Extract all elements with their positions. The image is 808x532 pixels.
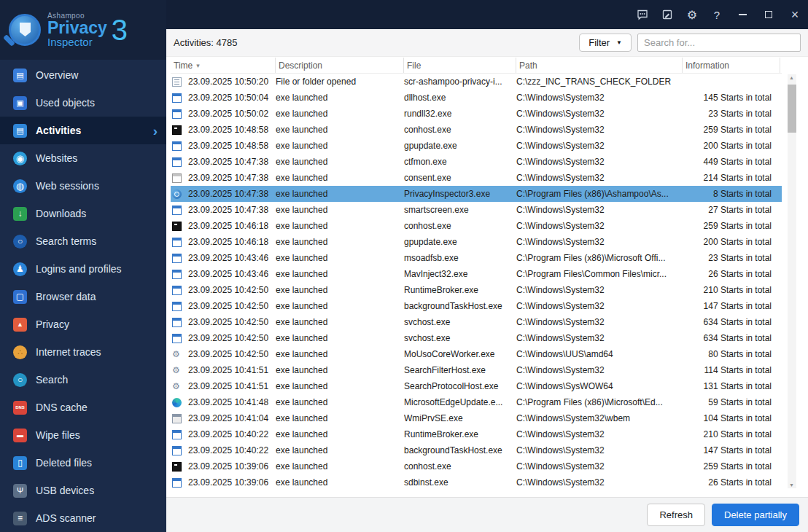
help-icon[interactable]: ? <box>704 0 729 29</box>
sidebar-item-websites[interactable]: Websites › <box>0 144 166 172</box>
app-file-icon <box>172 238 182 247</box>
filter-button[interactable]: Filter ▼ <box>579 34 632 52</box>
row-file-cell: dllhost.exe <box>404 93 516 103</box>
table-row[interactable]: 23.09.2025 10:50:02 exe launched rundll3… <box>171 106 782 122</box>
settings-gear-icon[interactable]: ⚙ <box>680 0 704 29</box>
row-information-cell: 131 Starts in total <box>683 381 780 391</box>
app-window: ⚙ ? × Ashampoo Privacy Inspector 3 Overv… <box>0 0 808 532</box>
sidebar-item-dns-cache[interactable]: DNS cache › <box>0 394 166 421</box>
sidebar-item-search[interactable]: Search › <box>0 366 166 394</box>
row-file-cell: svchost.exe <box>404 333 516 343</box>
sidebar-item-privacy[interactable]: Privacy › <box>0 310 166 338</box>
app-file-icon <box>172 334 182 343</box>
table-row[interactable]: 23.09.2025 10:42:50 exe launched svchost… <box>171 314 782 330</box>
table-row[interactable]: 23.09.2025 10:41:51 exe launched SearchF… <box>171 362 782 378</box>
row-description-cell: exe launched <box>276 237 404 247</box>
table-row[interactable]: 23.09.2025 10:46:18 exe launched gpupdat… <box>171 234 782 250</box>
logo-text: Ashampoo Privacy Inspector <box>47 12 107 48</box>
table-row[interactable]: 23.09.2025 10:48:58 exe launched gpupdat… <box>171 138 782 154</box>
table-row[interactable]: 23.09.2025 10:40:22 exe launched backgro… <box>171 442 782 458</box>
row-filetype-cell <box>171 270 188 279</box>
app-file-icon <box>172 446 182 455</box>
sidebar-item-label: Deleted files <box>36 457 92 469</box>
row-path-cell: C:\Windows\System32 <box>516 237 683 247</box>
sidebar-item-search-terms[interactable]: Search terms › <box>0 227 166 255</box>
row-time-cell: 23.09.2025 10:43:46 <box>188 253 276 263</box>
column-header-file[interactable]: File <box>404 58 516 73</box>
table-row[interactable]: 23.09.2025 10:48:58 exe launched conhost… <box>171 122 782 138</box>
table-row[interactable]: 23.09.2025 10:41:48 exe launched Microso… <box>171 394 782 410</box>
row-description-cell: exe launched <box>276 349 404 359</box>
row-path-cell: C:\Windows\System32 <box>516 285 683 295</box>
activities-count: Activities: 4785 <box>174 37 237 48</box>
delete-partially-button[interactable]: Delete partially <box>712 504 799 526</box>
table-row[interactable]: 23.09.2025 10:43:46 exe launched MavInje… <box>171 266 782 282</box>
sidebar-item-label: Privacy <box>36 318 69 330</box>
row-time-cell: 23.09.2025 10:40:22 <box>188 445 276 455</box>
column-header-information[interactable]: Information <box>683 58 780 73</box>
table-row[interactable]: 23.09.2025 10:50:20 File or folder opene… <box>171 74 782 90</box>
table-row[interactable]: 23.09.2025 10:47:38 exe launched consent… <box>171 170 782 186</box>
row-path-cell: C:\Windows\System32 <box>516 477 683 488</box>
gear-file-icon <box>172 366 182 375</box>
table-row[interactable]: 23.09.2025 10:43:46 exe launched msoadfs… <box>171 250 782 266</box>
row-file-cell: MoUsoCoreWorker.exe <box>404 349 516 359</box>
refresh-button[interactable]: Refresh <box>647 504 705 526</box>
sidebar-item-browser-data[interactable]: Browser data › <box>0 283 166 310</box>
sidebar-item-used-objects[interactable]: Used objects › <box>0 89 166 117</box>
browser-window-icon <box>13 290 27 304</box>
search-globe-icon <box>13 373 27 387</box>
column-header-description[interactable]: Description <box>276 58 404 73</box>
feedback-chat-icon[interactable] <box>630 0 655 29</box>
row-information-cell: 259 Starts in total <box>683 461 780 472</box>
sidebar-item-activities[interactable]: Activities › <box>0 117 166 144</box>
minimize-button[interactable] <box>729 0 755 29</box>
row-description-cell: exe launched <box>276 205 404 215</box>
close-button[interactable]: × <box>782 0 808 29</box>
column-header-path[interactable]: Path <box>516 58 683 73</box>
table-row[interactable]: 23.09.2025 10:42:50 exe launched backgro… <box>171 298 782 314</box>
maximize-button[interactable] <box>755 0 782 29</box>
search-input[interactable] <box>637 34 801 52</box>
table-row[interactable]: 23.09.2025 10:47:38 exe launched Privacy… <box>171 186 782 202</box>
row-time-cell: 23.09.2025 10:41:51 <box>188 365 276 375</box>
row-time-cell: 23.09.2025 10:46:18 <box>188 221 276 231</box>
vertical-scrollbar[interactable] <box>788 74 796 488</box>
table-row[interactable]: 23.09.2025 10:40:22 exe launched Runtime… <box>171 426 782 442</box>
table-row[interactable]: 23.09.2025 10:41:04 exe launched WmiPrvS… <box>171 410 782 426</box>
table-row[interactable]: 23.09.2025 10:46:18 exe launched conhost… <box>171 218 782 234</box>
row-filetype-cell <box>171 382 188 391</box>
table-row[interactable]: 23.09.2025 10:39:06 exe launched sdbinst… <box>171 474 782 490</box>
table-row[interactable]: 23.09.2025 10:42:50 exe launched svchost… <box>171 330 782 346</box>
row-file-cell: conhost.exe <box>404 461 516 472</box>
column-header-time[interactable]: Time ▾ <box>171 58 276 73</box>
app-logo: Ashampoo Privacy Inspector 3 <box>0 0 166 60</box>
table-row[interactable]: 23.09.2025 10:47:38 exe launched smartsc… <box>171 202 782 218</box>
table-row[interactable]: 23.09.2025 10:39:06 exe launched conhost… <box>171 458 782 474</box>
table-row[interactable]: 23.09.2025 10:41:51 exe launched SearchP… <box>171 378 782 394</box>
row-time-cell: 23.09.2025 10:41:51 <box>188 381 276 391</box>
sidebar-item-usb-devices[interactable]: USB devices › <box>0 477 166 504</box>
row-information-cell: 59 Starts in total <box>683 397 780 407</box>
table-row[interactable]: 23.09.2025 10:42:50 exe launched Runtime… <box>171 282 782 298</box>
session-globe-icon <box>13 179 27 193</box>
sidebar-item-downloads[interactable]: Downloads › <box>0 200 166 227</box>
sidebar-item-overview[interactable]: Overview › <box>0 61 166 89</box>
minimize-icon <box>739 14 747 15</box>
sidebar-item-internet-traces[interactable]: Internet traces › <box>0 338 166 366</box>
row-file-cell: conhost.exe <box>404 125 516 135</box>
sidebar-item-web-sessions[interactable]: Web sessions › <box>0 172 166 200</box>
sidebar-item-wipe-files[interactable]: Wipe files › <box>0 421 166 449</box>
table-row[interactable]: 23.09.2025 10:42:50 exe launched MoUsoCo… <box>171 346 782 362</box>
logo-version: 3 <box>112 14 128 47</box>
scrollbar-thumb[interactable] <box>788 85 796 133</box>
row-filetype-cell <box>171 125 188 135</box>
table-row[interactable]: 23.09.2025 10:47:38 exe launched ctfmon.… <box>171 154 782 170</box>
sidebar-item-ads-scanner[interactable]: ADS scanner › <box>0 504 166 532</box>
row-filetype-cell <box>171 141 188 151</box>
table-row[interactable]: 23.09.2025 10:50:04 exe launched dllhost… <box>171 90 782 106</box>
window-file-icon <box>172 173 182 183</box>
report-note-icon[interactable] <box>655 0 680 29</box>
sidebar-item-logins-and-profiles[interactable]: Logins and profiles › <box>0 255 166 283</box>
sidebar-item-deleted-files[interactable]: Deleted files › <box>0 449 166 477</box>
